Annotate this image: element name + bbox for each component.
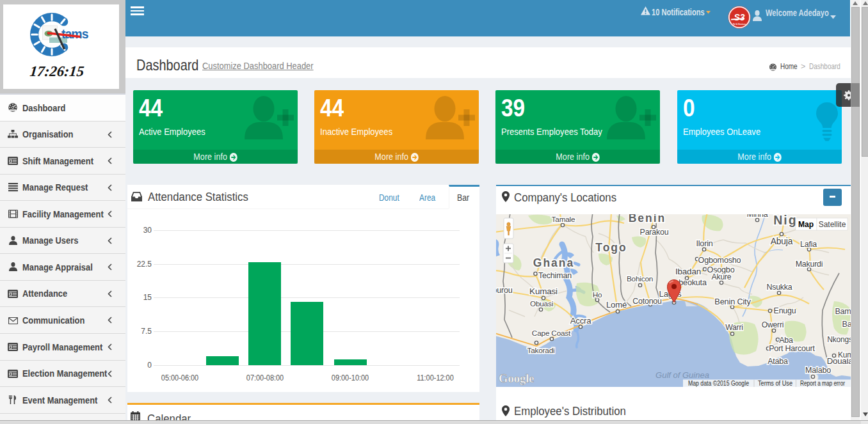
- svg-text:Ogbomosho: Ogbomosho: [698, 256, 741, 265]
- svg-text:Lafia: Lafia: [800, 240, 817, 249]
- svg-text:Benin City: Benin City: [714, 297, 751, 306]
- svg-text:Techiman: Techiman: [538, 271, 572, 280]
- svg-text:Satellite: Satellite: [819, 220, 846, 229]
- svg-text:Nig: Nig: [773, 214, 797, 227]
- svg-text:Nkongs: Nkongs: [827, 335, 851, 344]
- svg-text:Cotonou: Cotonou: [632, 297, 662, 306]
- svg-text:Parakou: Parakou: [640, 228, 669, 237]
- svg-text:Akure: Akure: [712, 272, 732, 281]
- svg-text:Ataba: Ataba: [768, 357, 788, 366]
- svg-text:tams: tams: [61, 27, 89, 41]
- svg-text:Obuasi: Obuasi: [530, 299, 553, 308]
- svg-text:Port Harcourt: Port Harcourt: [769, 344, 815, 353]
- svg-text:Ghana: Ghana: [533, 256, 574, 269]
- svg-text:Ba: Ba: [842, 320, 851, 329]
- svg-text:Map: Map: [798, 220, 814, 229]
- svg-text:Lomé: Lomé: [606, 300, 627, 310]
- svg-text:Abuja: Abuja: [771, 237, 793, 246]
- svg-text:beokuta: beokuta: [679, 278, 707, 287]
- svg-text:Malabo: Malabo: [805, 366, 831, 375]
- svg-text:Terms of Use: Terms of Use: [758, 379, 792, 387]
- svg-text:Cape Coast: Cape Coast: [532, 329, 571, 338]
- svg-text:Togo: Togo: [595, 241, 627, 254]
- svg-text:Takoradi: Takoradi: [527, 346, 555, 355]
- svg-text:ourou: ourou: [496, 286, 513, 295]
- svg-text:Ibadan: Ibadan: [675, 267, 701, 276]
- svg-text:Tel & Devices: Tel & Devices: [733, 23, 746, 26]
- svg-text:Benin: Benin: [629, 214, 666, 224]
- svg-text:Bam: Bam: [835, 307, 851, 316]
- svg-text:S3: S3: [734, 12, 744, 22]
- svg-text:Tamale: Tamale: [552, 215, 575, 224]
- svg-text:Ilorin: Ilorin: [696, 239, 712, 248]
- svg-text:Report a map error: Report a map error: [800, 379, 845, 387]
- svg-text:Map data ©2015 Google: Map data ©2015 Google: [688, 379, 749, 387]
- svg-text:Owerri: Owerri: [762, 320, 784, 329]
- svg-text:Bohicon: Bohicon: [627, 274, 653, 283]
- svg-text:Accra: Accra: [570, 316, 592, 326]
- svg-text:Makurdi: Makurdi: [796, 260, 823, 269]
- svg-text:Google: Google: [499, 372, 534, 385]
- svg-text:Nsukka: Nsukka: [766, 283, 792, 292]
- svg-text:Ho: Ho: [593, 290, 602, 299]
- svg-text:Enugu: Enugu: [774, 306, 796, 315]
- svg-text:Kum: Kum: [838, 350, 851, 359]
- svg-text:Minna: Minna: [746, 214, 768, 219]
- svg-text:Aba: Aba: [779, 336, 793, 345]
- svg-text:Kumasi: Kumasi: [529, 287, 558, 296]
- svg-text:Warri: Warri: [725, 323, 743, 332]
